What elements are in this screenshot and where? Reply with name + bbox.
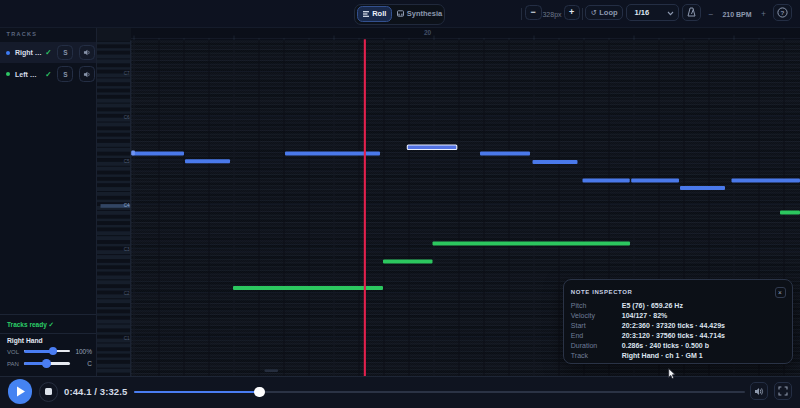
svg-text:20: 20 [424,29,432,36]
svg-text:C4: C4 [124,203,130,208]
svg-text:C7: C7 [124,71,130,76]
svg-text:?: ? [780,8,784,15]
svg-text:C2: C2 [124,291,130,296]
svg-text:C5: C5 [124,159,130,164]
svg-text:C3: C3 [124,247,130,252]
svg-text:C6: C6 [124,115,130,120]
svg-text:C1: C1 [124,336,130,341]
